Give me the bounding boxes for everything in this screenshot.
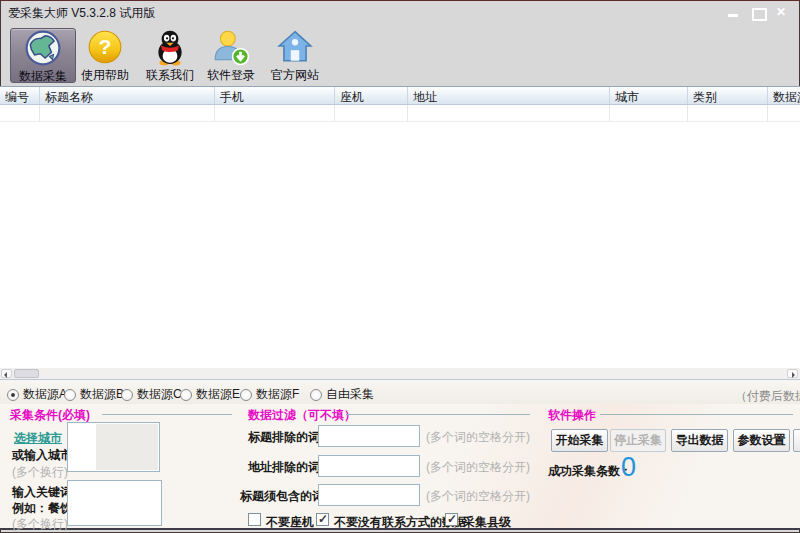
section-title-filter: 数据过滤（可不填） (248, 407, 356, 424)
bottom-panel: 采集条件(必填) 选择城市 或输入城市 (多个换行) 输入关键词 例如：餐饮 (… (0, 404, 800, 530)
col-header-title[interactable]: 标题名称 (40, 87, 215, 104)
toolbar-label: 联系我们 (137, 67, 203, 84)
col-header-landline[interactable]: 座机 (335, 87, 408, 104)
svg-text:?: ? (99, 35, 112, 58)
start-collect-button[interactable]: 开始采集 (551, 429, 608, 452)
divider (102, 414, 232, 415)
filter-hint: (多个词的空格分开) (426, 429, 530, 446)
radio-icon (180, 389, 192, 401)
qq-penguin-icon (151, 28, 189, 66)
exclude-address-input[interactable] (318, 455, 420, 477)
radio-source-c[interactable]: 数据源C (121, 386, 182, 403)
minimize-icon[interactable] (728, 7, 742, 18)
radio-icon (310, 389, 322, 401)
filter-hint: (多个词的空格分开) (426, 488, 530, 505)
clipped-button[interactable] (793, 429, 800, 452)
toolbar-help-button[interactable]: ? 使用帮助 (72, 28, 138, 83)
app-window: 爱采集大师 V5.3.2.8 试用版 ✕ 数据采集 (0, 0, 800, 533)
keyword-input-hint: (多个换行) (12, 516, 68, 533)
paid-note: （付费后数据 (735, 388, 800, 405)
radio-icon (64, 389, 76, 401)
stop-collect-button: 停止采集 (610, 429, 666, 452)
radio-source-f[interactable]: 数据源F (240, 386, 299, 403)
checkbox-label[interactable]: 不要座机 (266, 514, 314, 531)
scroll-left-icon[interactable] (1, 369, 12, 378)
col-header-city[interactable]: 城市 (610, 87, 688, 104)
toolbar-label: 数据采集 (11, 68, 75, 85)
table-header: 编号 标题名称 手机 座机 地址 城市 类别 数据源 (0, 86, 800, 105)
window-title: 爱采集大师 V5.3.2.8 试用版 (8, 5, 155, 22)
col-header-address[interactable]: 地址 (408, 87, 610, 104)
checkbox-collect-county[interactable] (445, 513, 458, 526)
keyword-input[interactable] (67, 480, 162, 526)
close-icon[interactable]: ✕ (776, 7, 790, 18)
col-header-category[interactable]: 类别 (688, 87, 768, 104)
toolbar-label: 官方网站 (262, 67, 328, 84)
question-mark-icon: ? (86, 28, 124, 66)
toolbar-website-button[interactable]: 官方网站 (262, 28, 328, 83)
table-row (0, 105, 800, 122)
horizontal-scrollbar[interactable] (0, 368, 800, 379)
checkbox-no-landline[interactable] (248, 513, 261, 526)
divider (346, 414, 530, 415)
filter-label-include-title: 标题须包含的词 (240, 488, 324, 505)
keyword-example: 例如：餐饮 (12, 500, 72, 517)
radio-source-b[interactable]: 数据源B (64, 386, 124, 403)
filter-label-exclude-address: 地址排除的词 (248, 459, 320, 476)
checkbox-label[interactable]: 采集县级 (463, 514, 511, 531)
table-body-empty (0, 122, 800, 368)
globe-icon (24, 29, 62, 67)
radio-free-collect[interactable]: 自由采集 (310, 386, 374, 403)
city-input-fill (96, 424, 158, 470)
city-input-label: 或输入城市 (12, 447, 72, 464)
scrollbar-thumb[interactable] (14, 369, 39, 378)
export-data-button[interactable]: 导出数据 (671, 429, 728, 452)
toolbar-label: 软件登录 (198, 67, 264, 84)
toolbar-contact-button[interactable]: 联系我们 (137, 28, 203, 83)
radio-source-e[interactable]: 数据源E (180, 386, 240, 403)
radio-icon (121, 389, 133, 401)
radio-icon (240, 389, 252, 401)
exclude-title-input[interactable] (318, 425, 420, 447)
city-input-hint: (多个换行) (12, 464, 68, 481)
window-chrome: 爱采集大师 V5.3.2.8 试用版 ✕ 数据采集 (0, 0, 800, 86)
window-controls: ✕ (728, 7, 790, 18)
toolbar-data-collect-button[interactable]: 数据采集 (10, 28, 76, 83)
scroll-right-icon[interactable] (787, 369, 798, 378)
divider (600, 414, 793, 415)
col-header-number[interactable]: 编号 (0, 87, 40, 104)
choose-city-link[interactable]: 选择城市 (14, 430, 62, 447)
home-icon (276, 28, 314, 66)
city-input[interactable] (67, 422, 160, 472)
section-title-operation: 软件操作 (548, 407, 596, 424)
filter-label-exclude-title: 标题排除的词 (248, 429, 320, 446)
user-login-icon (212, 28, 250, 66)
toolbar-login-button[interactable]: 软件登录 (198, 28, 264, 83)
maximize-icon[interactable] (752, 7, 766, 18)
param-settings-button[interactable]: 参数设置 (733, 429, 790, 452)
toolbar-label: 使用帮助 (72, 67, 138, 84)
col-header-source[interactable]: 数据源 (768, 87, 800, 104)
filter-hint: (多个词的空格分开) (426, 459, 530, 476)
data-source-bar: 数据源A 数据源B 数据源C 数据源E 数据源F 自由采集 （付费后数据 (0, 379, 800, 404)
success-count-value: 0 (621, 454, 636, 481)
keyword-input-label: 输入关键词 (12, 484, 72, 501)
checkbox-no-missing-contact[interactable] (316, 513, 329, 526)
success-count-label: 成功采集条数： (548, 463, 632, 480)
radio-source-a[interactable]: 数据源A (7, 386, 67, 403)
include-title-input[interactable] (318, 484, 420, 506)
radio-icon (7, 389, 19, 401)
col-header-mobile[interactable]: 手机 (215, 87, 335, 104)
